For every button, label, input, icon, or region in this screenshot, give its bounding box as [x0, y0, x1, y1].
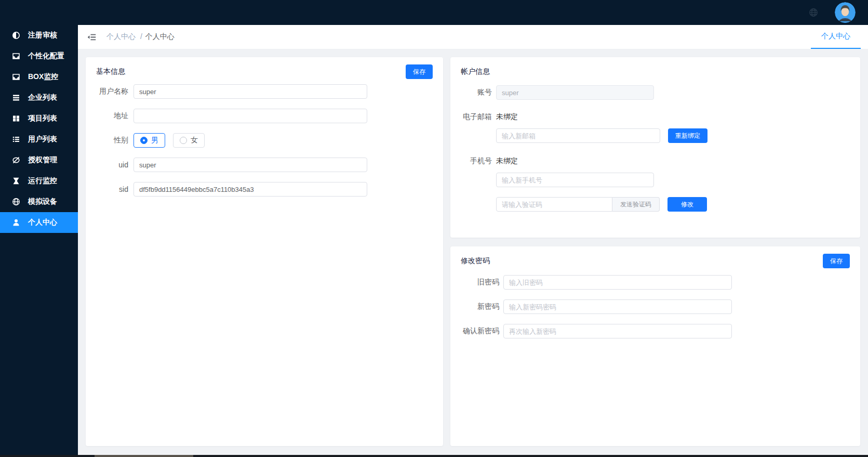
basic-info-card: 基本信息 保存 用户名称 地址 性别 男 女 uid — [86, 57, 443, 446]
sidebar-item-register-review[interactable]: 注册审核 — [0, 25, 78, 46]
account-input — [496, 85, 654, 100]
gender-label: 性别 — [96, 136, 128, 145]
confirm-password-input[interactable] — [503, 324, 732, 338]
email-label: 电子邮箱 — [461, 112, 492, 122]
inbox-icon — [11, 52, 20, 61]
new-password-input[interactable] — [503, 299, 732, 314]
rebind-email-button[interactable]: 重新绑定 — [668, 128, 707, 143]
sidebar-item-user-list[interactable]: 用户列表 — [0, 129, 78, 150]
change-password-card: 修改密码 保存 旧密码 新密码 确认新密码 — [450, 246, 860, 446]
sidebar-menu: 注册审核 个性化配置 BOX监控 企业列表 项目列表 — [0, 25, 78, 233]
sidebar-item-label: 企业列表 — [28, 93, 57, 102]
radio-dot-icon — [180, 137, 187, 144]
right-column: 帐户信息 账号 电子邮箱 未绑定 重新绑定 手机号 未绑定 — [450, 57, 860, 447]
hourglass-icon — [11, 177, 20, 186]
uid-input[interactable] — [133, 158, 367, 172]
account-info-card: 帐户信息 账号 电子邮箱 未绑定 重新绑定 手机号 未绑定 — [450, 57, 860, 238]
globe-icon — [11, 198, 20, 206]
tab-personal-center[interactable]: 个人中心 — [811, 25, 861, 49]
send-code-button[interactable]: 发送验证码 — [612, 197, 660, 212]
email-input[interactable] — [496, 128, 660, 143]
globe-icon[interactable] — [809, 8, 818, 17]
address-input[interactable] — [133, 109, 367, 123]
sid-label: sid — [96, 185, 128, 193]
gender-radio-male[interactable]: 男 — [133, 133, 165, 148]
account-label: 账号 — [461, 88, 492, 97]
sid-input[interactable] — [133, 182, 367, 197]
sidebar-item-personalization[interactable]: 个性化配置 — [0, 46, 78, 67]
phone-label: 手机号 — [461, 156, 492, 166]
old-password-input[interactable] — [503, 275, 732, 290]
phone-status: 未绑定 — [496, 156, 518, 166]
uid-label: uid — [96, 161, 128, 169]
email-status: 未绑定 — [496, 112, 518, 122]
inbox-icon — [11, 73, 20, 82]
sidebar-item-enterprise-list[interactable]: 企业列表 — [0, 87, 78, 108]
phone-input[interactable] — [496, 173, 654, 187]
sidebar-item-project-list[interactable]: 项目列表 — [0, 108, 78, 129]
breadcrumb: 个人中心 / 个人中心 — [106, 32, 175, 42]
new-password-label: 新密码 — [461, 302, 499, 311]
verification-code-input[interactable] — [496, 197, 612, 212]
gender-radio-female[interactable]: 女 — [173, 133, 205, 148]
adjust-icon — [11, 31, 20, 40]
sidebar-item-label: 运行监控 — [28, 176, 57, 186]
sidebar-item-label: 个性化配置 — [28, 51, 64, 61]
gender-male-label: 男 — [151, 136, 158, 145]
sidebar: 注册审核 个性化配置 BOX监控 企业列表 项目列表 — [0, 25, 78, 455]
username-label: 用户名称 — [96, 87, 128, 96]
list-icon — [11, 94, 20, 102]
username-input[interactable] — [133, 84, 367, 99]
horizontal-scrollbar[interactable] — [0, 455, 868, 457]
breadcrumb-section[interactable]: 个人中心 — [106, 32, 136, 41]
sidebar-item-personal-center[interactable]: 个人中心 — [0, 212, 78, 233]
breadcrumb-bar: 个人中心 / 个人中心 个人中心 — [78, 25, 868, 49]
breadcrumb-page: 个人中心 — [145, 32, 175, 41]
sidebar-item-label: 模拟设备 — [28, 197, 57, 206]
sidebar-item-authorization[interactable]: 授权管理 — [0, 150, 78, 171]
confirm-password-label: 确认新密码 — [461, 327, 499, 336]
top-header-bar — [0, 0, 868, 25]
user-avatar[interactable] — [835, 2, 856, 23]
sidebar-item-run-monitor[interactable]: 运行监控 — [0, 171, 78, 191]
sidebar-item-label: BOX监控 — [28, 72, 58, 82]
modify-phone-button[interactable]: 修改 — [667, 197, 707, 212]
change-password-save-button[interactable]: 保存 — [823, 254, 850, 268]
gender-female-label: 女 — [191, 136, 198, 145]
address-label: 地址 — [96, 111, 128, 121]
collapse-sidebar-icon[interactable] — [87, 32, 97, 42]
main-content: 基本信息 保存 用户名称 地址 性别 男 女 uid — [78, 49, 868, 455]
list-ul-icon — [11, 135, 20, 144]
account-info-title: 帐户信息 — [461, 67, 490, 76]
change-password-title: 修改密码 — [461, 256, 490, 266]
table-icon — [11, 114, 20, 123]
tab-bar: 个人中心 — [811, 25, 861, 49]
sidebar-item-simulated-device[interactable]: 模拟设备 — [0, 191, 78, 212]
radio-dot-icon — [140, 137, 148, 144]
user-icon — [11, 218, 20, 227]
sidebar-item-label: 项目列表 — [28, 114, 57, 123]
sidebar-item-label: 个人中心 — [28, 218, 57, 227]
old-password-label: 旧密码 — [461, 278, 499, 287]
sidebar-item-label: 注册审核 — [28, 31, 57, 40]
slash-circle-icon — [11, 156, 20, 165]
sidebar-item-box-monitor[interactable]: BOX监控 — [0, 67, 78, 87]
sidebar-item-label: 用户列表 — [28, 135, 57, 144]
basic-info-save-button[interactable]: 保存 — [406, 64, 433, 79]
sidebar-item-label: 授权管理 — [28, 155, 57, 165]
scrollbar-thumb[interactable] — [95, 455, 193, 457]
basic-info-title: 基本信息 — [96, 67, 125, 76]
breadcrumb-separator: / — [140, 32, 142, 41]
